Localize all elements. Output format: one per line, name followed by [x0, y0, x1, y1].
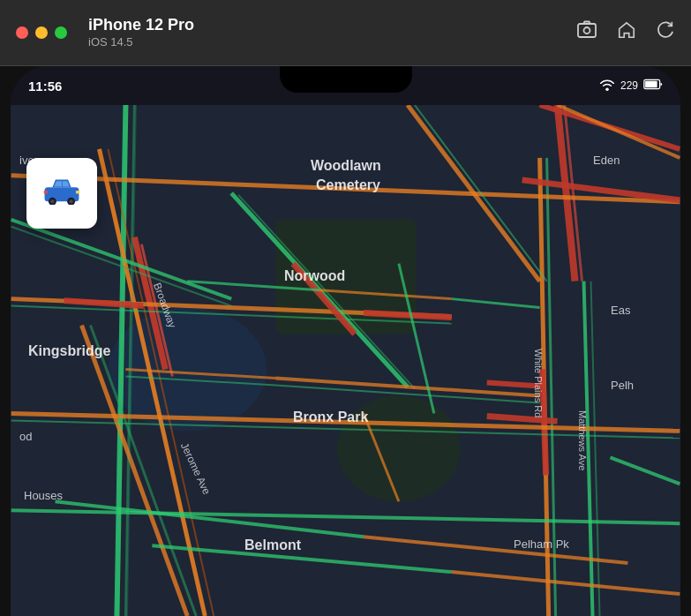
car-navigation-widget[interactable]	[26, 158, 97, 229]
close-button[interactable]	[16, 26, 28, 39]
svg-point-12	[69, 199, 72, 203]
titlebar-actions	[576, 20, 675, 45]
screenshot-icon[interactable]	[576, 20, 597, 45]
device-info: iPhone 12 Pro iOS 14.5	[88, 16, 194, 49]
maximize-button[interactable]	[55, 26, 67, 39]
titlebar: iPhone 12 Pro iOS 14.5	[0, 0, 691, 66]
svg-rect-3	[645, 81, 657, 88]
wifi-icon	[599, 79, 615, 94]
status-right-icons: 229	[599, 78, 663, 94]
signal-text: 229	[620, 79, 638, 92]
svg-rect-14	[44, 190, 48, 193]
status-time: 11:56	[28, 79, 62, 94]
traffic-lights	[16, 26, 67, 39]
status-bar: 11:56 229	[11, 66, 680, 105]
map-svg	[11, 105, 680, 616]
battery-icon	[643, 78, 663, 94]
label-matthews: Matthews Ave	[577, 410, 588, 470]
notch	[280, 66, 412, 93]
phone-container: 11:56 229	[0, 66, 691, 616]
device-name: iPhone 12 Pro	[88, 16, 194, 35]
svg-point-7	[337, 395, 461, 501]
device-os: iOS 14.5	[88, 35, 194, 49]
map-area[interactable]: Woodlawn Cemetery Eden Norwood Kingsbrid…	[11, 105, 680, 616]
phone-screen: 11:56 229	[11, 66, 680, 616]
home-icon[interactable]	[617, 20, 636, 45]
svg-point-1	[584, 27, 590, 34]
svg-point-11	[50, 199, 54, 203]
svg-rect-0	[578, 24, 596, 37]
minimize-button[interactable]	[35, 26, 48, 39]
label-white-plains: White Plains Rd	[533, 349, 544, 417]
rotate-icon[interactable]	[656, 20, 675, 45]
car-icon	[41, 175, 82, 213]
svg-rect-13	[76, 190, 79, 193]
